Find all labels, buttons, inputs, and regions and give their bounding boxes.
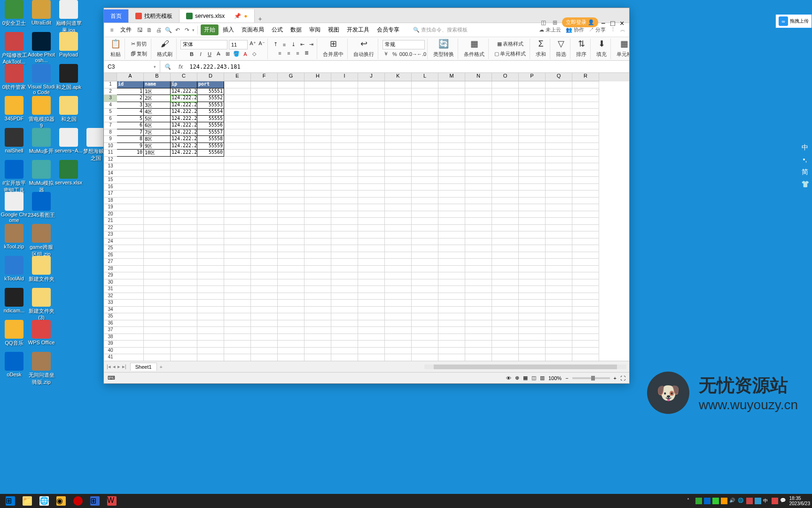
cell-P31[interactable] <box>519 286 546 293</box>
cell-D2[interactable]: 55551 <box>197 88 224 95</box>
cell-I27[interactable] <box>331 259 358 266</box>
cell-E18[interactable] <box>224 198 251 205</box>
cell-G2[interactable] <box>278 88 304 95</box>
collapse-ribbon-icon[interactable]: ︿ <box>620 26 625 33</box>
cell-N25[interactable] <box>465 245 492 252</box>
decimal-inc-icon[interactable]: .0→ <box>409 50 416 58</box>
cell-B4[interactable]: 3区 <box>144 102 171 109</box>
menu-layout[interactable]: 页面布局 <box>238 24 267 35</box>
cell-M12[interactable] <box>438 157 465 164</box>
cell-N38[interactable] <box>465 334 492 341</box>
cell-I40[interactable] <box>331 348 358 355</box>
cell-C13[interactable] <box>171 163 197 170</box>
cell-D4[interactable]: 55553 <box>197 102 224 109</box>
cell-H7[interactable] <box>304 122 331 129</box>
cell-J2[interactable] <box>358 88 385 95</box>
cell-P37[interactable] <box>519 327 546 334</box>
cell-D7[interactable]: 55556 <box>197 122 224 129</box>
cell-R17[interactable] <box>572 190 599 198</box>
row-header-33[interactable]: 33 <box>104 300 117 307</box>
cell-J31[interactable] <box>358 286 385 293</box>
cell-P2[interactable] <box>519 88 546 95</box>
desktop-icon-QQ音乐[interactable]: QQ音乐 <box>0 320 28 347</box>
cell-F13[interactable] <box>251 163 278 170</box>
cell-H4[interactable] <box>304 102 331 109</box>
cell-O31[interactable] <box>492 286 519 293</box>
cell-L33[interactable] <box>412 300 438 307</box>
cell-K12[interactable] <box>385 157 412 164</box>
coop-button[interactable]: 👥 协作 <box>566 26 584 33</box>
cell-J22[interactable] <box>358 225 385 232</box>
menu-file[interactable]: 文件 <box>117 24 135 35</box>
row-header-10[interactable]: 10 <box>104 143 117 150</box>
menu-member[interactable]: 会员专享 <box>374 24 403 35</box>
cell-K38[interactable] <box>385 334 412 341</box>
cell-O30[interactable] <box>492 279 519 286</box>
cell-I22[interactable] <box>331 225 358 232</box>
cell-M4[interactable] <box>438 102 465 109</box>
cell-O6[interactable] <box>492 116 519 123</box>
cell-D21[interactable] <box>197 218 224 225</box>
cell-H41[interactable] <box>304 354 331 361</box>
bold-button[interactable]: B <box>188 50 195 58</box>
row-header-9[interactable]: 9 <box>104 136 117 143</box>
cell-P17[interactable] <box>519 190 546 198</box>
col-header-J[interactable]: J <box>358 73 385 81</box>
desktop-icon-Google Chrome[interactable]: Google Chrome <box>0 192 28 223</box>
cell-C23[interactable] <box>171 231 197 238</box>
cell-F33[interactable] <box>251 300 278 307</box>
cloud-upload[interactable]: ∞ 拖拽上传 <box>775 14 812 28</box>
cell-E25[interactable] <box>224 245 251 252</box>
cell-H3[interactable] <box>304 95 331 102</box>
cell-G31[interactable] <box>278 286 304 293</box>
align-bottom-icon[interactable]: ⤓ <box>289 41 297 48</box>
cell-L36[interactable] <box>412 320 438 327</box>
cell-O9[interactable] <box>492 136 519 143</box>
taskbar-explorer[interactable]: 📁 <box>19 495 36 507</box>
cell-R24[interactable] <box>572 238 599 246</box>
cell-N10[interactable] <box>465 143 492 150</box>
cell-I36[interactable] <box>331 320 358 327</box>
row-header-27[interactable]: 27 <box>104 259 117 266</box>
cell-D34[interactable] <box>197 307 224 314</box>
cell-E28[interactable] <box>224 266 251 273</box>
cell-Q27[interactable] <box>546 259 572 266</box>
cell-B1[interactable]: name <box>144 81 171 88</box>
cell-P26[interactable] <box>519 252 546 259</box>
cell-P35[interactable] <box>519 313 546 320</box>
cell-C17[interactable] <box>171 190 197 198</box>
cell-L38[interactable] <box>412 334 438 341</box>
cell-N20[interactable] <box>465 211 492 218</box>
cell-E14[interactable] <box>224 170 251 177</box>
cell-F9[interactable] <box>251 136 278 143</box>
cell-H17[interactable] <box>304 190 331 198</box>
view-normal-icon[interactable]: ▦ <box>523 375 528 381</box>
cell-C27[interactable] <box>171 259 197 266</box>
cell-M28[interactable] <box>438 266 465 273</box>
cell-D27[interactable] <box>197 259 224 266</box>
cell-R21[interactable] <box>572 218 599 225</box>
cell-R38[interactable] <box>572 334 599 341</box>
type-convert-button[interactable]: 类型转换 <box>431 50 456 59</box>
table-style-button[interactable]: ▦ 表格样式 <box>495 40 525 48</box>
col-header-I[interactable]: I <box>331 73 358 81</box>
cell-L6[interactable] <box>412 116 438 123</box>
paste-icon[interactable]: 📋 <box>110 39 121 49</box>
cell-C30[interactable] <box>171 279 197 286</box>
cell-O13[interactable] <box>492 163 519 170</box>
cell-K19[interactable] <box>385 204 412 211</box>
cell-F23[interactable] <box>251 231 278 238</box>
cell-J29[interactable] <box>358 272 385 279</box>
cell-L26[interactable] <box>412 252 438 259</box>
col-header-A[interactable]: A <box>117 73 144 81</box>
cell-L32[interactable] <box>412 293 438 300</box>
cell-H20[interactable] <box>304 211 331 218</box>
cell-M41[interactable] <box>438 354 465 361</box>
cell-C32[interactable] <box>171 293 197 300</box>
cell-A31[interactable] <box>117 286 144 293</box>
cell-A33[interactable] <box>117 300 144 307</box>
cell-R20[interactable] <box>572 211 599 218</box>
cell-K30[interactable] <box>385 279 412 286</box>
col-header-R[interactable]: R <box>572 73 599 81</box>
cell-D6[interactable]: 55555 <box>197 116 224 123</box>
